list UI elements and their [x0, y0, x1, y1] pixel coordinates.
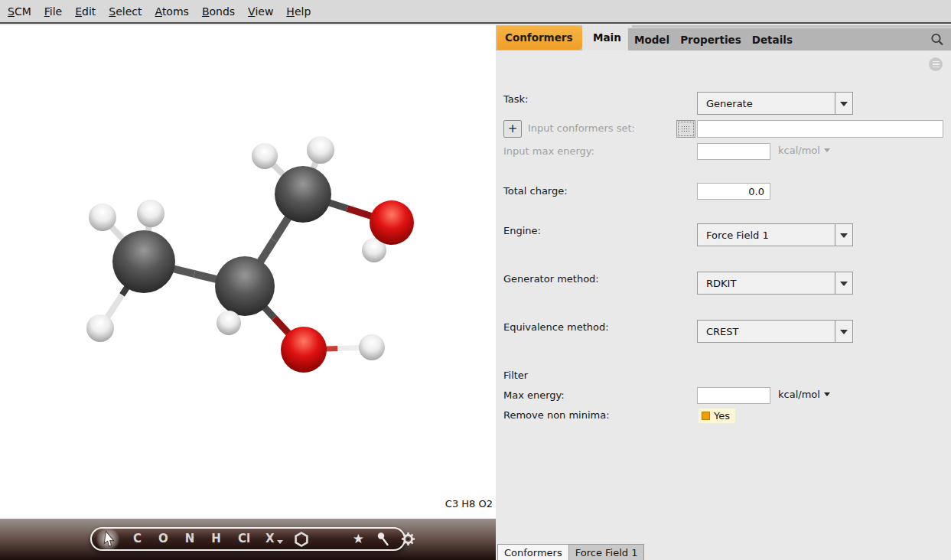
input-max-energy-unit[interactable]: kcal/mol: [778, 145, 830, 156]
element-button-c[interactable]: C: [133, 533, 142, 545]
atom-h-H2[interactable]: [137, 200, 164, 227]
conformers-panel: Conformers Main Model Properties Details…: [496, 25, 951, 560]
gear-icon[interactable]: [400, 531, 416, 547]
tab-details[interactable]: Details: [752, 28, 793, 51]
element-button-n[interactable]: N: [185, 533, 195, 545]
tab-model[interactable]: Model: [634, 28, 669, 51]
menu-atoms[interactable]: Atoms: [155, 5, 189, 18]
menubar: SCMFileEditSelectAtomsBondsViewHelp: [0, 0, 951, 24]
unit-dropdown-arrow-icon: [824, 148, 830, 152]
viewer-bottom-strip: CONHCl X ★: [0, 519, 496, 560]
other-element-button[interactable]: X: [265, 533, 283, 545]
remove-non-minima-label: Remove non minima:: [503, 409, 610, 421]
molecule-render: [0, 25, 496, 519]
dropdown-arrow-icon: [835, 272, 852, 294]
max-energy-field[interactable]: [697, 387, 770, 404]
other-element-label: X: [265, 533, 275, 545]
engine-label: Engine:: [503, 225, 541, 236]
search-icon[interactable]: [930, 32, 945, 47]
molecule-viewer[interactable]: C3 H8 O2: [0, 25, 496, 519]
atom-h-H5[interactable]: [252, 143, 278, 169]
atom-o-O2[interactable]: [281, 327, 327, 373]
atom-o-O1[interactable]: [370, 200, 414, 245]
bottom-tab-force-field-1[interactable]: Force Field 1: [569, 544, 645, 560]
filter-section-label: Filter: [503, 370, 528, 381]
checkbox-checked-icon: [702, 412, 710, 420]
tab-strip: Model Properties Details: [627, 28, 951, 50]
unit-label: kcal/mol: [778, 389, 820, 400]
atom-h-H3[interactable]: [86, 314, 114, 342]
generator-method-dropdown[interactable]: RDKIT: [697, 272, 853, 295]
menu-view[interactable]: View: [248, 5, 273, 18]
tab-main[interactable]: Main: [582, 25, 632, 50]
engine-value: Force Field 1: [706, 230, 769, 241]
chevron-down-icon: [277, 540, 283, 544]
generator-method-value: RDKIT: [706, 278, 736, 289]
equivalence-method-dropdown[interactable]: CREST: [697, 320, 853, 343]
element-toolbar: CONHCl X ★: [90, 527, 405, 551]
wand-icon[interactable]: [376, 532, 391, 547]
remove-non-minima-value: Yes: [714, 410, 730, 422]
unit-dropdown-arrow-icon: [824, 392, 830, 396]
atom-c-C3[interactable]: [275, 166, 331, 223]
menu-file[interactable]: File: [44, 5, 62, 18]
input-conformers-label: Input conformers set:: [528, 122, 635, 134]
max-energy-label: Max energy:: [503, 389, 565, 401]
app-window: SCMFileEditSelectAtomsBondsViewHelp C3 H…: [0, 0, 951, 560]
menu-help[interactable]: Help: [286, 5, 311, 18]
total-charge-field[interactable]: [697, 183, 770, 200]
menu-select[interactable]: Select: [109, 5, 142, 18]
atom-h-H4[interactable]: [217, 311, 241, 335]
task-dropdown[interactable]: Generate: [697, 92, 853, 115]
panel-tabbar: Conformers Main Model Properties Details: [496, 25, 951, 50]
remove-non-minima-toggle[interactable]: Yes: [699, 409, 735, 423]
bottom-tabbar: ConformersForce Field 1: [497, 544, 644, 560]
element-button-h[interactable]: H: [211, 533, 221, 545]
bottom-tab-conformers[interactable]: Conformers: [497, 544, 569, 560]
equivalence-method-value: CREST: [706, 326, 739, 337]
dropdown-arrow-icon: [835, 321, 852, 342]
task-label: Task:: [503, 93, 528, 105]
tab-properties[interactable]: Properties: [680, 28, 741, 51]
dropdown-arrow-icon: [835, 93, 852, 114]
tab-conformers[interactable]: Conformers: [497, 26, 591, 50]
input-max-energy-label: Input max energy:: [503, 145, 594, 157]
browse-file-button[interactable]: [676, 120, 695, 138]
atom-c-C2[interactable]: [215, 256, 275, 316]
input-max-energy-field[interactable]: [697, 143, 770, 160]
atom-h-H6[interactable]: [307, 136, 334, 164]
element-button-cl[interactable]: Cl: [238, 533, 250, 545]
input-conformers-field[interactable]: [697, 120, 943, 138]
unit-label: kcal/mol: [778, 145, 820, 156]
menu-scm[interactable]: SCM: [8, 5, 31, 18]
atom-h-H1[interactable]: [89, 203, 116, 231]
ring-hexagon-icon[interactable]: [293, 531, 310, 548]
element-button-o[interactable]: O: [158, 533, 168, 545]
atom-c-C1[interactable]: [112, 230, 175, 293]
add-conformers-set-button[interactable]: +: [503, 120, 522, 138]
total-charge-label: Total charge:: [503, 185, 568, 197]
engine-dropdown[interactable]: Force Field 1: [697, 223, 853, 246]
atom-h-H8[interactable]: [359, 334, 385, 360]
menu-bonds[interactable]: Bonds: [202, 5, 235, 18]
dropdown-arrow-icon: [835, 224, 852, 246]
equivalence-method-label: Equivalence method:: [503, 321, 609, 333]
menu-edit[interactable]: Edit: [75, 5, 96, 18]
task-value: Generate: [706, 98, 753, 109]
molecular-formula: C3 H8 O2: [445, 498, 493, 510]
browse-dots-icon: [681, 125, 691, 132]
select-cursor-icon[interactable]: [98, 529, 118, 549]
star-icon[interactable]: ★: [353, 532, 364, 545]
panel-menu-icon[interactable]: [929, 57, 943, 71]
generator-method-label: Generator method:: [503, 273, 599, 285]
max-energy-unit[interactable]: kcal/mol: [778, 389, 830, 400]
